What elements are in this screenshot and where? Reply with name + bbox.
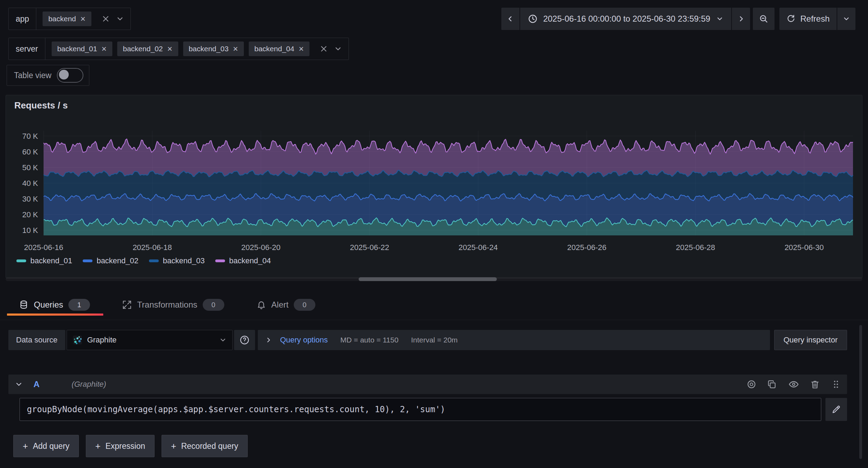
tag-label: backend xyxy=(48,15,76,23)
svg-text:40 K: 40 K xyxy=(22,179,38,188)
drag-handle-icon[interactable] xyxy=(831,379,841,389)
filter-server-tag[interactable]: backend_04 ✕ xyxy=(249,41,309,56)
zoom-out-icon xyxy=(759,14,769,24)
legend-swatch xyxy=(149,259,159,262)
svg-text:60 K: 60 K xyxy=(22,148,38,156)
svg-text:50 K: 50 K xyxy=(22,163,38,172)
query-ref-id[interactable]: A xyxy=(33,379,39,389)
max-data-points-text: MD = auto = 1150 xyxy=(341,336,399,344)
filter-server-tag[interactable]: backend_02 ✕ xyxy=(117,41,178,56)
svg-text:2025-06-18: 2025-06-18 xyxy=(133,243,172,252)
horizontal-scrollbar-thumb[interactable] xyxy=(359,277,497,281)
table-view-control: Table view xyxy=(7,65,89,86)
chevron-down-icon xyxy=(843,15,850,23)
chevron-down-icon[interactable] xyxy=(116,15,124,23)
copy-icon[interactable] xyxy=(768,379,777,389)
remove-tag-icon[interactable]: ✕ xyxy=(80,16,86,22)
eye-icon[interactable] xyxy=(788,379,799,390)
chart-legend: backend_01 backend_02 backend_03 backend… xyxy=(16,256,271,265)
time-shift-back-button[interactable] xyxy=(501,8,519,30)
svg-text:10 K: 10 K xyxy=(22,226,38,235)
datasource-picker[interactable]: Graphite xyxy=(67,330,233,350)
chevron-down-icon xyxy=(219,336,227,344)
remove-tag-icon[interactable]: ✕ xyxy=(167,46,173,52)
timeseries-chart[interactable]: 10 K20 K30 K40 K50 K60 K70 K2025-06-1620… xyxy=(12,125,857,254)
tag-label: backend_01 xyxy=(57,45,97,53)
filter-server: server backend_01 ✕ backend_02 ✕ backend… xyxy=(8,38,349,60)
query-options-toggle[interactable]: Query options MD = auto = 1150 Interval … xyxy=(258,330,770,350)
datasource-label: Data source xyxy=(8,330,65,350)
tab-alert[interactable]: Alert 0 xyxy=(245,294,329,316)
time-shift-forward-button[interactable] xyxy=(732,8,750,30)
svg-text:2025-06-20: 2025-06-20 xyxy=(241,243,281,252)
tab-label: Queries xyxy=(34,300,63,310)
table-view-toggle[interactable] xyxy=(57,68,83,83)
bell-icon xyxy=(256,300,266,310)
svg-text:2025-06-26: 2025-06-26 xyxy=(567,243,607,252)
legend-swatch xyxy=(16,259,26,262)
svg-text:2025-06-28: 2025-06-28 xyxy=(676,243,715,252)
legend-item[interactable]: backend_01 xyxy=(16,256,72,265)
trash-icon[interactable] xyxy=(810,379,820,389)
legend-item[interactable]: backend_03 xyxy=(149,256,205,265)
query-expression-input[interactable]: groupByNode(movingAverage(apps.$app.$ser… xyxy=(20,398,821,421)
editor-tabs: Queries 1 Transformations 0 Alert 0 xyxy=(7,294,329,316)
time-picker: 2025-06-16 00:00:00 to 2025-06-30 23:59:… xyxy=(501,8,855,30)
filter-app: app backend ✕ xyxy=(8,8,131,30)
plus-icon: + xyxy=(171,441,176,451)
time-zoom-out-button[interactable] xyxy=(753,8,775,30)
tab-queries[interactable]: Queries 1 xyxy=(7,294,103,316)
query-actions: + Add query + Expression + Recorded quer… xyxy=(13,435,248,457)
vertical-scrollbar[interactable] xyxy=(859,325,862,459)
add-query-button[interactable]: + Add query xyxy=(13,435,79,457)
refresh-button[interactable]: Refresh xyxy=(779,8,837,30)
chevron-right-icon xyxy=(265,336,272,344)
legend-swatch xyxy=(215,259,225,262)
horizontal-scrollbar xyxy=(6,277,862,281)
remove-tag-icon[interactable]: ✕ xyxy=(298,46,304,52)
svg-text:20 K: 20 K xyxy=(22,210,38,219)
tag-label: backend_04 xyxy=(254,45,294,53)
datasource-help-button[interactable] xyxy=(234,330,255,350)
panel-title[interactable]: Requests / s xyxy=(14,100,68,111)
clear-all-icon[interactable] xyxy=(319,44,328,53)
clear-all-icon[interactable] xyxy=(101,14,110,23)
svg-text:30 K: 30 K xyxy=(22,195,38,203)
tab-transformations[interactable]: Transformations 0 xyxy=(110,294,238,316)
tag-label: backend_02 xyxy=(123,45,163,53)
legend-item[interactable]: backend_02 xyxy=(83,256,139,265)
filter-server-tag[interactable]: backend_01 ✕ xyxy=(52,41,112,56)
collapse-chevron-icon[interactable] xyxy=(15,380,23,388)
refresh-interval-dropdown[interactable] xyxy=(837,8,855,30)
remove-tag-icon[interactable]: ✕ xyxy=(233,46,238,52)
timeseries-panel: Requests / s 10 K20 K30 K40 K50 K60 K70 … xyxy=(6,95,862,278)
pencil-icon xyxy=(831,405,841,414)
svg-text:2025-06-16: 2025-06-16 xyxy=(24,243,63,252)
disable-query-icon[interactable] xyxy=(747,379,756,389)
button-label: Recorded query xyxy=(181,441,238,451)
time-range-button[interactable]: 2025-06-16 00:00:00 to 2025-06-30 23:59:… xyxy=(520,8,731,30)
add-expression-button[interactable]: + Expression xyxy=(86,435,155,457)
add-recorded-query-button[interactable]: + Recorded query xyxy=(162,435,248,457)
query-inspector-button[interactable]: Query inspector xyxy=(774,330,847,350)
filter-server-tag[interactable]: backend_03 ✕ xyxy=(183,41,244,56)
table-view-label: Table view xyxy=(14,71,51,80)
plus-icon: + xyxy=(23,441,28,451)
button-label: Expression xyxy=(105,441,145,451)
query-datasource-hint: (Graphite) xyxy=(72,380,106,389)
datasource-row: Data source Graphite Query options MD = … xyxy=(8,330,847,350)
legend-label: backend_02 xyxy=(97,256,139,265)
legend-label: backend_03 xyxy=(163,256,205,265)
legend-item[interactable]: backend_04 xyxy=(215,256,271,265)
interval-text: Interval = 20m xyxy=(411,336,458,344)
toggle-text-edit-button[interactable] xyxy=(825,398,847,421)
svg-text:2025-06-24: 2025-06-24 xyxy=(458,243,498,252)
chevron-left-icon xyxy=(506,15,515,23)
help-icon xyxy=(239,335,250,345)
chevron-down-icon[interactable] xyxy=(334,45,342,53)
svg-text:2025-06-30: 2025-06-30 xyxy=(785,243,824,252)
legend-label: backend_01 xyxy=(30,256,72,265)
svg-text:70 K: 70 K xyxy=(22,132,38,141)
filter-app-tag[interactable]: backend ✕ xyxy=(43,12,91,26)
remove-tag-icon[interactable]: ✕ xyxy=(101,46,107,52)
